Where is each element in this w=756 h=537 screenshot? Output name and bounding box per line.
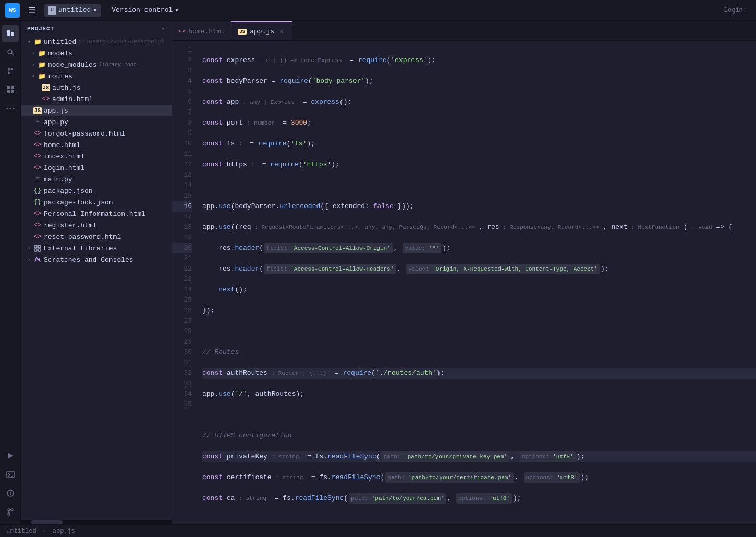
sidebar-scrollbar-thumb[interactable] <box>31 520 63 524</box>
main-layout: Project ▾ ▾ 📁 untitled C:\Users\25231\De… <box>0 21 756 524</box>
code-editor[interactable]: 1 2 3 4 5 6 7 8 9 10 11 12 13 14 15 16 1… <box>172 41 756 524</box>
sidebar-item-login-html[interactable]: <> login.html <box>21 162 172 174</box>
code-line-19: // HTTPS configuration <box>202 431 756 441</box>
sidebar-item-forgot-password-html[interactable]: <> forgot-password.html <box>21 128 172 139</box>
arrow-icon: ▾ <box>25 39 33 45</box>
sidebar-tree: ▾ 📁 untitled C:\Users\25231\Desktop\D\ ›… <box>21 36 172 520</box>
sidebar-scrollbar[interactable] <box>21 520 172 524</box>
json-file-icon: {} <box>33 198 42 206</box>
svg-point-5 <box>8 72 10 74</box>
js-file-icon: JS <box>33 106 42 115</box>
sidebar-item-auth-js[interactable]: JS auth.js <box>21 82 172 93</box>
svg-rect-1 <box>11 32 14 36</box>
breadcrumb-file[interactable]: app.js <box>53 528 75 535</box>
sidebar-item-index-html[interactable]: <> index.html <box>21 151 172 162</box>
activity-terminal-icon[interactable] <box>2 466 19 483</box>
activity-search-icon[interactable] <box>2 44 19 60</box>
activity-explorer-icon[interactable] <box>2 25 19 42</box>
code-line-15: // Routes <box>202 347 756 358</box>
sidebar-item-routes[interactable]: ▾ 📁 routes <box>21 70 172 82</box>
code-line-12: next(); <box>202 285 756 295</box>
folder-icon: 📁 <box>33 38 42 46</box>
item-label: app.py <box>44 118 68 126</box>
svg-rect-23 <box>34 245 37 248</box>
sidebar-item-app-py[interactable]: ≡ app.py <box>21 116 172 128</box>
svg-rect-8 <box>11 86 14 89</box>
extlib-icon <box>33 244 42 252</box>
arrow-icon: ▾ <box>29 73 38 79</box>
svg-point-20 <box>8 513 10 515</box>
code-line-9: app.use((req : Request<RouteParameters<.… <box>202 222 756 233</box>
html-file-icon: <> <box>33 210 42 218</box>
activity-problems-icon[interactable] <box>2 485 19 502</box>
sidebar-item-reset-password-html[interactable]: <> reset-password.html <box>21 231 172 242</box>
version-control-button[interactable]: Version control ▾ <box>107 4 183 17</box>
arrow-icon: › <box>29 62 38 68</box>
sidebar-title: Project <box>27 26 54 32</box>
titlebar: WS ☰ U untitled ▾ Version control ▾ logi… <box>0 0 756 21</box>
version-control-arrow-icon: ▾ <box>175 6 179 15</box>
item-label: index.html <box>44 153 84 161</box>
tab-home-html[interactable]: <> home.html <box>172 21 231 40</box>
sidebar-item-admin-html[interactable]: <> admin.html <box>21 93 172 105</box>
svg-rect-24 <box>38 245 41 248</box>
sidebar-item-package-json[interactable]: {} package.json <box>21 185 172 197</box>
json-file-icon: {} <box>33 187 42 195</box>
tab-app-js[interactable]: JS app.js ✕ <box>231 21 292 40</box>
code-content[interactable]: const express : e | () => core.Express =… <box>198 41 756 524</box>
hamburger-menu-icon[interactable]: ☰ <box>26 3 38 18</box>
svg-point-11 <box>6 108 8 109</box>
html-file-icon: <> <box>33 221 42 229</box>
sidebar-item-package-lock-json[interactable]: {} package-lock.json <box>21 197 172 208</box>
item-label: models <box>48 50 72 57</box>
activity-bar <box>0 21 21 524</box>
item-label: forgot-password.html <box>44 130 125 138</box>
html-file-icon: <> <box>42 95 50 103</box>
project-name: untitled <box>58 6 91 14</box>
code-line-18 <box>202 410 756 420</box>
code-line-2: const bodyParser = require('body-parser'… <box>202 76 756 87</box>
code-line-13: }); <box>202 306 756 316</box>
breadcrumb-separator: › <box>43 528 46 535</box>
code-line-21: const certificate : string = fs.readFile… <box>202 472 756 483</box>
folder-icon: 📁 <box>38 72 46 80</box>
svg-rect-9 <box>7 90 10 93</box>
svg-point-19 <box>10 494 11 495</box>
login-button[interactable]: login. <box>720 5 751 16</box>
sidebar-item-node-modules[interactable]: › 📁 node_modules library root <box>21 59 172 70</box>
code-line-8: app.use(bodyParser.urlencoded({ extended… <box>202 201 756 212</box>
activity-extensions-icon[interactable] <box>2 81 19 98</box>
sidebar-item-app-js[interactable]: JS app.js <box>21 105 172 116</box>
sidebar-item-scratches-consoles[interactable]: › Scratches and Consoles <box>21 254 172 265</box>
sidebar-item-personal-html[interactable]: <> Personal Information.html <box>21 208 172 219</box>
sidebar-item-external-libraries[interactable]: › External Libraries <box>21 242 172 254</box>
scratch-icon <box>33 255 42 264</box>
breadcrumb-project[interactable]: untitled <box>6 528 36 535</box>
arrow-icon: › <box>25 246 33 251</box>
sidebar-item-main-py[interactable]: ≡ main.py <box>21 174 172 185</box>
activity-git-icon[interactable] <box>2 63 19 79</box>
sidebar-item-home-html[interactable]: <> home.html <box>21 139 172 151</box>
sidebar-item-register-html[interactable]: <> register.html <box>21 219 172 231</box>
item-label: main.py <box>44 176 72 184</box>
svg-rect-26 <box>38 249 41 251</box>
library-root-badge: library root <box>99 62 137 68</box>
svg-marker-14 <box>8 453 13 459</box>
sidebar-item-untitled-root[interactable]: ▾ 📁 untitled C:\Users\25231\Desktop\D\ <box>21 36 172 47</box>
code-line-5: const fs : = require('fs'); <box>202 139 756 149</box>
svg-rect-10 <box>11 90 14 93</box>
tab-close-icon[interactable]: ✕ <box>277 27 286 35</box>
tabs-bar: <> home.html JS app.js ✕ <box>172 21 756 41</box>
item-label: auth.js <box>52 84 81 92</box>
project-icon: U <box>48 6 56 15</box>
project-selector[interactable]: U untitled ▾ <box>44 4 101 17</box>
html-file-icon: <> <box>33 233 42 241</box>
activity-git2-icon[interactable] <box>2 504 19 520</box>
line-numbers: 1 2 3 4 5 6 7 8 9 10 11 12 13 14 15 16 1… <box>172 41 198 524</box>
status-bar: untitled › app.js <box>0 524 756 537</box>
code-line-11: res.header(field: 'Access-Control-Allow-… <box>202 264 756 274</box>
activity-run-icon[interactable] <box>2 447 19 464</box>
html-file-icon: <> <box>33 129 42 138</box>
activity-more-icon[interactable] <box>2 100 19 117</box>
sidebar-item-models[interactable]: › 📁 models <box>21 47 172 59</box>
